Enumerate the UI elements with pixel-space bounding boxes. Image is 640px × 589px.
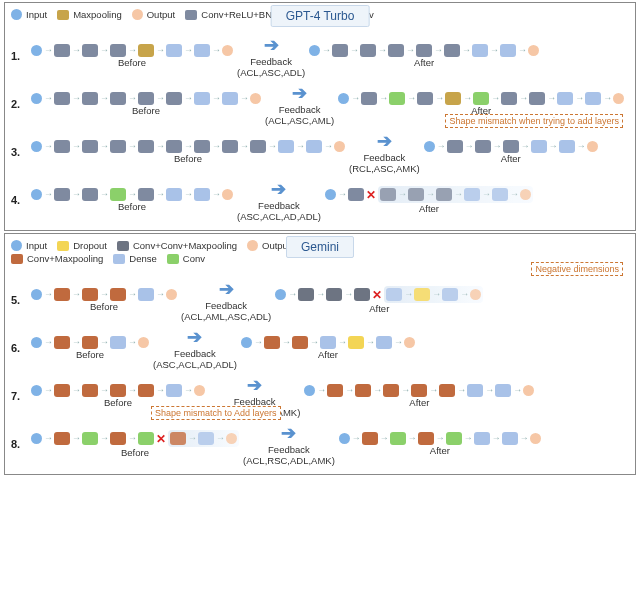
arrow-icon: → [462,46,470,55]
node-dense [474,432,490,445]
node-output [404,337,415,348]
arrow-icon: → [72,434,80,443]
swatch-icon [185,10,197,20]
node-ccm [326,288,342,301]
node-convmax [418,432,434,445]
arrow-icon: → [100,142,108,151]
arrow-icon: → [338,338,346,347]
arrow-icon: → [379,94,387,103]
labeled-group: →→→→→→→→→→After [338,92,624,116]
arrow-icon: → [100,290,108,299]
arrow-icon: → [212,190,220,199]
node-input [275,289,286,300]
arrow-icon: → [44,190,52,199]
node-convrelu [408,188,424,201]
labeled-group: →→→→→→After [241,336,415,360]
legend-label: Output [147,9,176,20]
node-dense [110,336,126,349]
node-dense [467,384,483,397]
arrow-icon: → [432,290,440,299]
sequence: →→→ [275,288,370,301]
group-label: Before [174,153,202,164]
feedback-label: Feedback [364,152,406,163]
arrow-icon: → [296,142,304,151]
sequence: →→→→→→→→ [31,92,261,105]
arrow-icon: → [156,190,164,199]
node-convmax [411,384,427,397]
sequence: →→→→→→→ [31,44,233,57]
arrow-icon: → [44,94,52,103]
feedback-group: ➔Feedback(ACL,ASC,AML) [265,82,334,126]
node-convrelu [417,92,433,105]
error-x-icon: ✕ [366,188,376,202]
node-convrelu [360,44,376,57]
feedback-label: Feedback [268,444,310,455]
diagram-row: 5.→→→→→Before➔Feedback(ACL,AML,ASC,ADL)→… [11,278,629,322]
arrow-icon: → [436,434,444,443]
arrow-icon: → [156,142,164,151]
feedback-label: Feedback [174,348,216,359]
arrow-icon: → [465,142,473,151]
node-convmax [170,432,186,445]
row-number: 6. [11,342,27,354]
arrow-icon: → [520,434,528,443]
labeled-group: →→→→Before [31,336,149,360]
arrow-icon: → [44,434,52,443]
sequence: → [325,188,364,201]
labeled-group: →→→→→→→After [339,432,541,456]
arrow-icon: → [518,46,526,55]
arrow-icon: → [491,94,499,103]
node-convmax [54,432,70,445]
arrow-icon: → [156,290,164,299]
diagram-row: 7.→→→→→→Before➔Feedback(ASC,ACL,ADL,AMK)… [11,374,629,418]
node-dense [306,140,322,153]
node-convrelu [110,92,126,105]
group-label: Before [118,201,146,212]
node-dropout [414,288,430,301]
labeled-group: →→→→→Before [31,288,177,312]
diagram-row: 4.→→→→→→→Before➔Feedback(ASC,ACL,AD,ADL)… [11,178,629,222]
arrow-icon: → [510,190,518,199]
swatch-icon [247,240,258,251]
node-convrelu [250,140,266,153]
node-dense [138,288,154,301]
node-output [530,433,541,444]
sequence-ghost: →→→→→ [378,186,533,203]
group-label: After [369,303,389,314]
labeled-group: →→→→→→→Before [31,44,233,68]
arrow-icon: → [463,94,471,103]
arrow-icon: → [549,142,557,151]
arrow-icon: → [493,142,501,151]
node-convrelu [54,188,70,201]
arrow-icon: → [490,46,498,55]
node-dense [492,188,508,201]
group-label: Before [132,105,160,116]
feedback-codes: (ACL,ASC,ADL) [237,67,305,78]
arrow-icon: → [240,94,248,103]
node-dense [194,92,210,105]
sequence: →→→→✕→→ [31,430,239,447]
labeled-group: →→→→→→→→After [304,384,534,408]
group-label: Before [104,397,132,408]
feedback-codes: (ACL,ASC,AML) [265,115,334,126]
node-input [338,93,349,104]
node-dense [166,384,182,397]
node-convrelu [110,44,126,57]
feedback-group: ➔Feedback(ASC,ACL,AD,ADL) [237,178,321,222]
labeled-group: →→→→→→Before [31,384,205,408]
arrow-icon: → [128,142,136,151]
node-input [31,45,42,56]
node-input [241,337,252,348]
legend-label: Maxpooling [73,9,122,20]
legend-label: Input [26,9,47,20]
node-convrelu [475,140,491,153]
node-dense [585,92,601,105]
big-arrow-icon: ➔ [187,326,202,348]
row-number: 8. [11,438,27,450]
sequence: →→→→→→→→ [304,384,534,397]
node-dense [166,44,182,57]
node-convmax [110,288,126,301]
sequence: →→→→→→ [241,336,415,349]
node-dense [500,44,516,57]
node-convrelu [110,140,126,153]
